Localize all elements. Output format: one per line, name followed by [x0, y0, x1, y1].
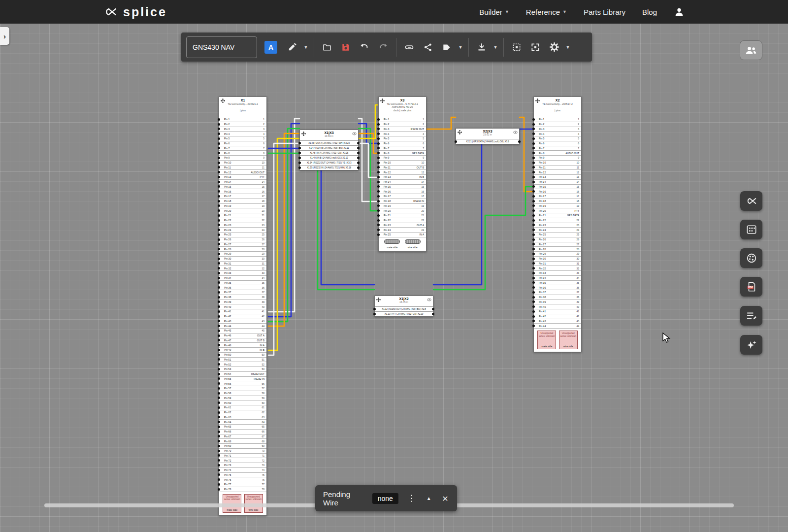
wire-colors-button[interactable] [740, 248, 762, 268]
pin-row-x3-18[interactable]: Pin 18RS232 IN [379, 199, 426, 204]
pin-row-x2-30[interactable]: Pin 3030 [534, 257, 581, 262]
undo-button[interactable] [356, 36, 373, 58]
wire-gn[interactable] [433, 187, 533, 290]
pin-row-x1-30[interactable]: Pin 3030 [219, 257, 266, 262]
share-button[interactable] [419, 36, 437, 58]
pending-wire-collapse-button[interactable]: ▲ [425, 496, 433, 501]
move-handle-icon[interactable] [376, 298, 381, 302]
connector-x3[interactable]: X3TE Connectivit... 5-747912-2AMPLIMITE … [378, 97, 427, 252]
cutlist-notes-button[interactable] [740, 306, 762, 326]
bundle-x2-x3[interactable]: X2|X323.62 inX2.21 | GPS DATA | 24 AWG |… [456, 128, 520, 144]
nav-item-reference[interactable]: Reference▼ [526, 8, 567, 16]
wire-og[interactable] [427, 117, 456, 129]
pin-row-x3-21[interactable]: Pin 2121 [379, 213, 426, 218]
pin-row-x1-13[interactable]: Pin 13PTT [219, 175, 266, 180]
pin-row-x2-9[interactable]: Pin 99 [534, 156, 581, 161]
wire-og[interactable] [520, 117, 533, 192]
pin-row-x1-47[interactable]: Pin 47OUT B [219, 338, 266, 343]
pin-row-x2-8[interactable]: Pin 8AUDIO OUT [534, 151, 581, 156]
pin-row-x1-7[interactable]: Pin 77 [219, 146, 266, 151]
bundle-wire-row[interactable]: X1.12 | AUDIO OUT | 24 AWG | null | BU |… [375, 306, 433, 311]
edit-mode-button[interactable] [283, 36, 301, 58]
pin-row-x2-3[interactable]: Pin 33 [534, 127, 581, 132]
bundle-wire-row[interactable]: X2.21 | GPS DATA | 24 AWG | null | OG | … [456, 139, 519, 144]
pin-row-x3-14[interactable]: Pin 1414 [379, 180, 426, 185]
pin-row-x1-37[interactable]: Pin 3737 [219, 290, 266, 295]
pin-row-x2-17[interactable]: Pin 1717 [534, 194, 581, 199]
pin-row-x1-31[interactable]: Pin 3131 [219, 262, 266, 266]
nav-item-parts-library[interactable]: Parts Library [584, 8, 625, 16]
wire-wh[interactable] [268, 119, 299, 312]
bundle-x1-x2[interactable]: X1|X215.75 inX1.12 | AUDIO OUT | 24 AWG … [374, 296, 433, 317]
pin-row-x2-29[interactable]: Pin 2929 [534, 252, 581, 257]
pin-row-x2-21[interactable]: Pin 21GPS DATA [534, 213, 581, 218]
pending-wire-menu-button[interactable]: ⋮ [405, 493, 418, 503]
pin-row-x2-16[interactable]: Pin 1616 [534, 189, 581, 194]
pin-row-x2-41[interactable]: Pin 4141 [534, 309, 581, 314]
pin-row-x3-10[interactable]: Pin 1010 [379, 161, 426, 166]
ai-assist-button[interactable] [740, 335, 762, 355]
pin-row-x2-1[interactable]: Pin 11 [534, 117, 581, 122]
visibility-eye-icon[interactable] [352, 132, 357, 135]
pin-row-x3-22[interactable]: Pin 2222 [379, 218, 426, 223]
pin-row-x1-1[interactable]: Pin 11 [219, 117, 266, 122]
pin-row-x3-11[interactable]: Pin 11OUT B [379, 166, 426, 170]
pin-row-x1-75[interactable]: Pin 7575 [219, 473, 266, 478]
pin-row-x3-3[interactable]: Pin 3RS232 OUT [379, 127, 426, 132]
pin-row-x2-43[interactable]: Pin 4343 [534, 319, 581, 324]
wire-og[interactable] [359, 133, 378, 153]
pin-row-x3-17[interactable]: Pin 1717 [379, 194, 426, 199]
nav-item-builder[interactable]: Builder▼ [479, 8, 509, 16]
wire-gn[interactable] [359, 129, 378, 211]
pin-row-x1-71[interactable]: Pin 7171 [219, 454, 266, 459]
pin-row-x3-5[interactable]: Pin 55 [379, 136, 426, 141]
wire-bu[interactable] [359, 124, 378, 143]
pin-row-x1-10[interactable]: Pin 1010 [219, 161, 266, 166]
pin-row-x1-32[interactable]: Pin 3232 [219, 266, 266, 271]
pin-row-x2-4[interactable]: Pin 44 [534, 132, 581, 136]
wire-gn[interactable] [268, 153, 374, 290]
move-handle-icon[interactable] [458, 130, 462, 134]
nav-item-blog[interactable]: Blog [642, 8, 657, 16]
pdf-export-button[interactable]: PDF [740, 277, 762, 297]
pin-row-x2-10[interactable]: Pin 1010 [534, 161, 581, 166]
download-caret-icon[interactable]: ▼ [492, 36, 499, 58]
pin-row-x2-37[interactable]: Pin 3737 [534, 290, 581, 295]
pin-row-x2-11[interactable]: Pin 1111 [534, 166, 581, 170]
bundle-wire-row[interactable]: X1.13 | PTT | 24 AWG | 7/32 | GN | X2.20 [375, 311, 433, 316]
pin-row-x1-56[interactable]: Pin 5656 [219, 381, 266, 386]
wire-bu[interactable] [433, 129, 533, 285]
pin-row-x1-63[interactable]: Pin 6363 [219, 415, 266, 420]
pin-row-x1-68[interactable]: Pin 6868 [219, 439, 266, 444]
pin-row-x2-42[interactable]: Pin 4242 [534, 314, 581, 319]
pin-row-x3-19[interactable]: Pin 1919 [379, 204, 426, 209]
pin-row-x1-20[interactable]: Pin 2020 [219, 208, 266, 213]
pin-row-x1-66[interactable]: Pin 6666 [219, 430, 266, 434]
pin-row-x3-2[interactable]: Pin 22 [379, 122, 426, 127]
pin-row-x1-55[interactable]: Pin 55RS232 IN [219, 377, 266, 382]
pin-row-x3-23[interactable]: Pin 23OUT A [379, 223, 426, 228]
pin-row-x1-69[interactable]: Pin 6969 [219, 444, 266, 449]
wire-og[interactable] [268, 133, 299, 326]
pin-row-x1-9[interactable]: Pin 99 [219, 156, 266, 161]
pin-row-x1-11[interactable]: Pin 1111 [219, 166, 266, 170]
redo-button[interactable] [374, 36, 392, 58]
pin-row-x1-51[interactable]: Pin 5151 [219, 358, 266, 363]
pin-row-x1-36[interactable]: Pin 3636 [219, 285, 266, 290]
pin-row-x1-29[interactable]: Pin 2929 [219, 252, 266, 257]
pin-row-x1-77[interactable]: Pin 7777 [219, 482, 266, 487]
pin-row-x3-1[interactable]: Pin 11 [379, 117, 426, 122]
pending-wire-close-button[interactable]: × [441, 493, 449, 503]
splice-tool-button[interactable] [740, 191, 762, 211]
pin-row-x3-24[interactable]: Pin 2424 [379, 228, 426, 233]
pin-row-x1-49[interactable]: Pin 49IN B [219, 348, 266, 353]
pin-row-x1-8[interactable]: Pin 88 [219, 151, 266, 156]
harness-name-input[interactable] [186, 36, 257, 58]
pin-row-x2-27[interactable]: Pin 2727 [534, 242, 581, 247]
pin-row-x1-5[interactable]: Pin 55 [219, 136, 266, 141]
pin-row-x1-60[interactable]: Pin 6060 [219, 400, 266, 405]
pin-row-x1-24[interactable]: Pin 2424 [219, 228, 266, 233]
pin-row-x2-23[interactable]: Pin 2323 [534, 223, 581, 228]
harness-canvas[interactable]: X1TE Connectivity... 204521-2 | pinsPin … [0, 24, 788, 532]
pin-row-x1-18[interactable]: Pin 1818 [219, 199, 266, 204]
